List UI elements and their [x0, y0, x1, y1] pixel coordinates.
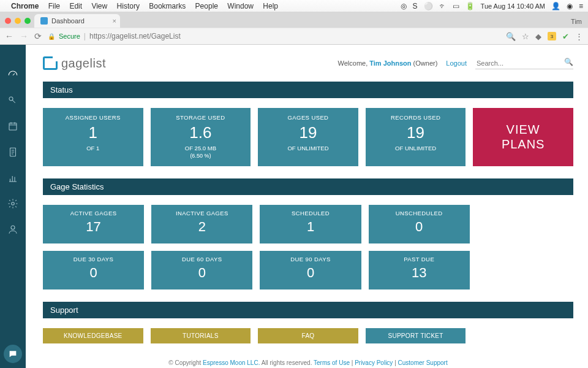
sidebar-item-reports[interactable]	[7, 172, 18, 186]
logo[interactable]: gagelist	[43, 56, 106, 71]
tutorials-button[interactable]: TUTORIALS	[151, 328, 251, 343]
user-icon[interactable]: 👤	[551, 2, 560, 10]
card-storage-used[interactable]: STORAGE USED 1.6 OF 25.0 MB (6.50 %)	[151, 108, 251, 166]
footer-link-terms[interactable]: Terms of Use	[314, 359, 350, 366]
card-due-30[interactable]: DUE 30 DAYS 0	[43, 251, 144, 289]
document-icon	[7, 147, 18, 158]
browser-toolbar: ← → ⟳ 🔒 Secure | https://gagelist.net/Ga…	[0, 28, 588, 45]
forward-button[interactable]: →	[20, 31, 28, 41]
menubar-item[interactable]: People	[195, 2, 218, 10]
sidebar-item-records[interactable]	[7, 147, 18, 160]
status-icon[interactable]: ◎	[401, 2, 407, 10]
footer-link-privacy[interactable]: Privacy Policy	[355, 359, 393, 366]
footer-company-link[interactable]: Espresso Moon LLC.	[203, 359, 260, 366]
svg-point-4	[11, 226, 15, 229]
spotlight-icon[interactable]: ◉	[567, 2, 573, 10]
menubar-item[interactable]: View	[91, 2, 107, 10]
gauge-icon	[7, 69, 18, 80]
extension-check-icon[interactable]: ✔	[562, 32, 569, 41]
svg-point-0	[9, 97, 13, 101]
card-records-used[interactable]: RECORDS USED 19 OF UNLIMITED	[366, 108, 466, 166]
gear-icon	[7, 198, 18, 209]
extension-badge[interactable]: 3	[548, 32, 556, 40]
svg-point-3	[12, 202, 15, 205]
reload-button[interactable]: ⟳	[34, 31, 42, 41]
address-bar[interactable]: 🔒 Secure | https://gagelist.net/GageList	[48, 32, 181, 40]
sidebar-item-calendar[interactable]	[7, 121, 18, 134]
back-button[interactable]: ←	[5, 31, 13, 41]
welcome-text: Welcome, Tim Johnson (Owner)	[338, 59, 438, 67]
tab-favicon	[40, 17, 48, 25]
user-icon	[7, 224, 18, 235]
maximize-window-button[interactable]	[24, 18, 31, 24]
menubar-item[interactable]: File	[48, 2, 60, 10]
user-name: Tim Johnson	[369, 59, 411, 67]
window-controls	[4, 18, 34, 28]
logout-link[interactable]: Logout	[446, 59, 467, 67]
card-gages-used[interactable]: GAGES USED 19 OF UNLIMITED	[258, 108, 358, 166]
menubar-item[interactable]: Edit	[69, 2, 82, 10]
menubar-item[interactable]: Help	[263, 2, 278, 10]
knowledgebase-button[interactable]: KNOWLEDGEBASE	[43, 328, 143, 343]
logo-text: gagelist	[61, 56, 106, 71]
sidebar-item-search[interactable]	[7, 95, 18, 109]
card-past-due[interactable]: PAST DUE 13	[369, 251, 470, 289]
card-inactive-gages[interactable]: INACTIVE GAGES 2	[151, 205, 252, 243]
calendar-icon	[7, 121, 18, 132]
footer: © Copyright Espresso Moon LLC. All right…	[43, 353, 573, 368]
browser-tab[interactable]: Dashboard ×	[34, 14, 120, 28]
sidebar-item-settings[interactable]	[7, 198, 18, 212]
section-header-gage-stats: Gage Statistics	[43, 178, 573, 195]
view-plans-button[interactable]: VIEW PLANS	[473, 108, 573, 166]
search-input[interactable]	[475, 58, 573, 69]
chrome-profile-label[interactable]: Tim	[571, 18, 588, 28]
wifi-icon[interactable]: ᯤ	[439, 2, 447, 10]
chart-icon	[7, 172, 18, 183]
battery-icon[interactable]: 🔋	[466, 2, 475, 10]
card-due-60[interactable]: DUE 60 DAYS 0	[151, 251, 252, 289]
card-assigned-users[interactable]: ASSIGNED USERS 1 OF 1	[43, 108, 143, 166]
footer-link-support[interactable]: Customer Support	[398, 359, 448, 366]
chat-button[interactable]	[4, 345, 22, 363]
support-ticket-button[interactable]: SUPPORT TICKET	[366, 328, 466, 343]
menubar-item[interactable]: Window	[227, 2, 254, 10]
menu-icon[interactable]: ≡	[579, 2, 583, 10]
menubar-item[interactable]: History	[117, 2, 140, 10]
app-topbar: gagelist Welcome, Tim Johnson (Owner) Lo…	[43, 51, 573, 75]
status-icon[interactable]: S	[413, 2, 418, 10]
main-content: gagelist Welcome, Tim Johnson (Owner) Lo…	[26, 45, 588, 368]
chrome-tab-strip: Dashboard × Tim	[0, 12, 588, 28]
display-icon[interactable]: ▭	[453, 2, 459, 10]
lock-icon: 🔒	[48, 33, 55, 40]
section-header-status: Status	[43, 82, 573, 98]
sidebar-item-dashboard[interactable]	[7, 69, 18, 83]
search-icon[interactable]: 🔍	[506, 32, 516, 41]
support-button-row: KNOWLEDGEBASE TUTORIALS FAQ SUPPORT TICK…	[43, 328, 573, 343]
card-unscheduled[interactable]: UNSCHEDULED 0	[369, 205, 470, 243]
faq-button[interactable]: FAQ	[258, 328, 358, 343]
chrome-menu-button[interactable]: ⋮	[575, 32, 583, 41]
chat-icon	[8, 349, 18, 359]
star-icon[interactable]: ☆	[522, 32, 529, 41]
stats-card-row-2: DUE 30 DAYS 0 DUE 60 DAYS 0 DUE 90 DAYS …	[43, 251, 573, 289]
search-button[interactable]: 🔍	[564, 58, 573, 66]
close-tab-button[interactable]: ×	[113, 17, 116, 25]
wifi-icon[interactable]: ⚪	[424, 2, 433, 10]
wrench-icon	[7, 95, 18, 106]
macos-menubar: Chrome File Edit View History Bookmarks …	[0, 0, 588, 12]
user-role: (Owner)	[413, 59, 438, 67]
card-due-90[interactable]: DUE 90 DAYS 0	[260, 251, 361, 289]
close-window-button[interactable]	[5, 18, 11, 24]
menubar-app[interactable]: Chrome	[11, 2, 39, 10]
menubar-item[interactable]: Bookmarks	[149, 2, 186, 10]
minimize-window-button[interactable]	[15, 18, 21, 24]
sidebar-item-users[interactable]	[7, 224, 18, 237]
card-active-gages[interactable]: ACTIVE GAGES 17	[43, 205, 144, 243]
secure-label: Secure	[59, 33, 80, 40]
extension-icon[interactable]: ◆	[535, 32, 541, 41]
card-scheduled[interactable]: SCHEDULED 1	[260, 205, 361, 243]
logo-mark	[43, 56, 58, 70]
tab-title: Dashboard	[51, 17, 85, 25]
sidebar	[0, 45, 26, 368]
menubar-clock[interactable]: Tue Aug 14 10:40 AM	[481, 2, 545, 10]
